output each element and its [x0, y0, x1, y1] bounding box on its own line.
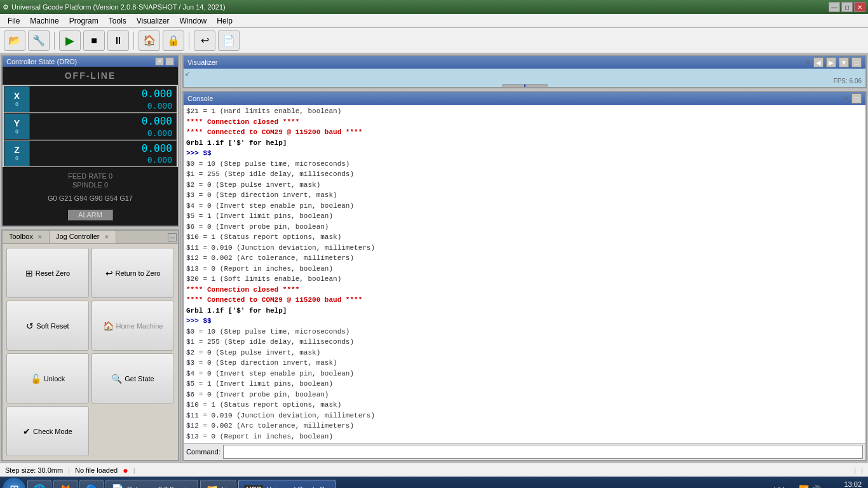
taskbar-bin[interactable]: 📁 bin	[200, 480, 237, 488]
y-axis-values: 0.000 0.000	[30, 114, 176, 139]
up-arrow-icon[interactable]: ▲	[788, 485, 795, 488]
console-maximize-btn[interactable]: □	[851, 93, 862, 104]
tab-jog-close[interactable]: ✕	[104, 234, 109, 240]
taskbar-chrome[interactable]: 🔵	[79, 480, 104, 488]
console-line: $3 = 0 (Step direction invert, mask)	[186, 358, 863, 369]
console-line: $13 = 0 (Report in inches, boolean)	[186, 431, 863, 442]
alarm-button[interactable]: ALARM	[67, 209, 113, 220]
console-close-icon[interactable]: ✕	[844, 95, 849, 102]
maximize-button[interactable]: □	[841, 2, 853, 12]
title-bar-controls: — □ ✕	[829, 2, 865, 12]
play-button[interactable]: ▶	[59, 30, 81, 51]
lock-button[interactable]: 🔒	[163, 30, 184, 51]
tab-toolbox[interactable]: Toolbox ✕	[3, 231, 50, 243]
menu-file[interactable]: File	[3, 15, 25, 27]
console-title: Console	[187, 95, 213, 102]
dro-title: Controller State (DRO)	[6, 58, 77, 65]
home-machine-label: Home Machine	[116, 322, 163, 330]
minimize-button[interactable]: —	[829, 2, 840, 12]
reset-zero-label: Reset Zero	[36, 269, 70, 277]
tab-jog-controller[interactable]: Jog Controller ✕	[50, 231, 116, 243]
check-mode-label: Check Mode	[33, 428, 72, 435]
taskbar-firefox[interactable]: 🦊	[53, 480, 78, 488]
y-sub: 0	[15, 128, 18, 135]
spindle-label: SPINDLE 0	[5, 181, 175, 189]
tab-toolbox-close[interactable]: ✕	[37, 234, 43, 240]
command-input[interactable]	[223, 445, 863, 459]
menu-visualizer[interactable]: Visualizer	[132, 15, 175, 27]
bin-icon: 📁	[206, 484, 219, 489]
menu-machine[interactable]: Machine	[25, 15, 64, 27]
dro-close-btn[interactable]: ✕	[155, 57, 164, 65]
console-output[interactable]: $21 = 1 (Hard limits enable, boolean)***…	[184, 105, 865, 443]
z-sub: 0	[15, 155, 18, 161]
vis-close-icon[interactable]: ✕	[806, 59, 811, 65]
console-line: Grbl 1.1f ['$' for help]	[186, 138, 863, 149]
clock-time: 13:02	[825, 480, 862, 488]
console-line: $0 = 10 (Step pulse time, microseconds)	[186, 159, 863, 170]
console-line: $5 = 1 (Invert limit pins, boolean)	[186, 379, 863, 390]
get-state-icon: 🔍	[111, 374, 122, 384]
menu-tools[interactable]: Tools	[104, 15, 132, 27]
pause-button[interactable]: ⏸	[107, 30, 129, 51]
home-button[interactable]: 🏠	[139, 30, 160, 51]
check-mode-button[interactable]: ✔ Check Mode	[6, 406, 89, 456]
dro-header: Controller State (DRO) ✕ —	[3, 56, 178, 67]
z-axis-label: Z0	[4, 141, 30, 166]
open-file-button[interactable]: 📂	[4, 30, 25, 51]
settings-button[interactable]: 🔧	[28, 30, 50, 51]
menu-help[interactable]: Help	[212, 15, 238, 27]
home-machine-button[interactable]: 🏠 Home Machine	[92, 301, 174, 351]
ie-icon: 🌐	[33, 484, 46, 489]
vis-content[interactable]: FPS: 6.06 ↙	[184, 69, 865, 87]
get-state-label: Get State	[125, 375, 154, 383]
status-sep-2: |	[133, 466, 135, 474]
vis-title: Visualizer	[187, 58, 218, 66]
menu-window[interactable]: Window	[175, 15, 212, 27]
toolbox-tabs: Toolbox ✕ Jog Controller ✕ —	[3, 231, 178, 244]
feed-rate-label: FEED RATE 0	[5, 172, 175, 180]
console-line: $2 = 0 (Step pulse invert, mask)	[186, 180, 863, 191]
taskbar-release[interactable]: 📄 Release v2.0.8 - wi...	[105, 480, 198, 488]
title-bar-text: Universal Gcode Platform (Version 2.0.8-…	[11, 3, 226, 11]
undo-button[interactable]: ↩	[194, 30, 215, 51]
unlock-label: Unlock	[44, 375, 65, 383]
console-line: $4 = 0 (Invert step enable pin, boolean)	[186, 369, 863, 379]
start-button[interactable]: ⊞	[3, 478, 25, 488]
return-zero-icon: ↩	[105, 268, 113, 278]
lang-indicator: HU	[774, 485, 784, 488]
dro-minimize-btn[interactable]: —	[165, 57, 174, 65]
x-sub: 0	[15, 101, 18, 107]
tab-jog-label: Jog Controller	[56, 233, 99, 240]
vis-next-btn[interactable]: ▶	[826, 57, 836, 67]
console-line: $1 = 255 (Step idle delay, milliseconds)	[186, 169, 863, 180]
console-line: $10 = 1 (Status report options, mask)	[186, 400, 863, 410]
return-to-zero-button[interactable]: ↩ Return to Zero	[92, 248, 174, 298]
clock-display[interactable]: 13:02 2021.08.01.	[825, 480, 862, 488]
soft-reset-button[interactable]: ↺ Soft Reset	[6, 301, 89, 351]
y-axis-row: Y0 0.000 0.000	[4, 113, 177, 140]
x-axis-row: X0 0.000 0.000	[4, 86, 177, 112]
unlock-button[interactable]: 🔓 Unlock	[6, 353, 89, 403]
main-area: Controller State (DRO) ✕ — OFF-LINE X0 0…	[0, 53, 868, 463]
get-state-button[interactable]: 🔍 Get State	[92, 353, 174, 403]
taskbar-ugs[interactable]: UGS Universal Gcode P...	[238, 480, 335, 488]
toolbox-minimize-btn[interactable]: —	[168, 233, 177, 241]
script-button[interactable]: 📄	[218, 30, 240, 51]
taskbar-right: HU ▲ 📶 🔊 13:02 2021.08.01.	[774, 480, 865, 488]
console-line: $0 = 10 (Step pulse time, microseconds)	[186, 327, 863, 337]
vis-down-btn[interactable]: ▼	[839, 57, 849, 67]
console-line: $6 = 0 (Invert probe pin, boolean)	[186, 222, 863, 233]
taskbar-ie[interactable]: 🌐	[27, 480, 51, 488]
vis-prev-btn[interactable]: ◀	[813, 57, 824, 67]
z-axis-row: Z0 0.000 0.000	[4, 140, 177, 167]
close-button[interactable]: ✕	[854, 2, 865, 12]
taskbar-release-label: Release v2.0.8 - wi...	[127, 485, 193, 488]
stop-button[interactable]: ■	[83, 30, 105, 51]
reset-zero-button[interactable]: ⊞ Reset Zero	[6, 248, 89, 298]
vis-maximize-btn[interactable]: □	[851, 57, 862, 67]
vis-corner-indicator: ↙	[185, 70, 190, 77]
console-header: Console ✕ □	[184, 92, 865, 105]
menu-program[interactable]: Program	[64, 15, 104, 27]
console-line: $6 = 0 (Invert probe pin, boolean)	[186, 390, 863, 400]
